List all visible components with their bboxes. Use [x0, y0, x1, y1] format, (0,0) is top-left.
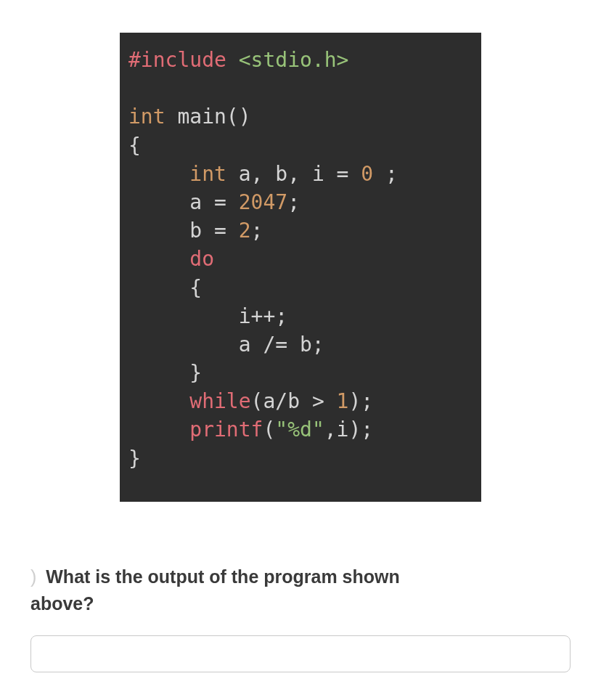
- question-paren: ): [30, 566, 36, 587]
- token-format-string: "%d": [275, 418, 324, 441]
- code-line-14: printf("%d",i);: [128, 415, 473, 444]
- code-line-4: {: [128, 131, 473, 160]
- code-line-8: do: [128, 245, 473, 273]
- token-one: 1: [337, 389, 349, 413]
- code-line-3: int main(): [128, 102, 473, 131]
- token-brace-close: }: [128, 447, 141, 471]
- token-header: <stdio.h>: [226, 48, 349, 72]
- code-line-15: }: [128, 444, 473, 473]
- code-line-7: b = 2;: [128, 216, 473, 245]
- code-line-6: a = 2047;: [128, 188, 473, 216]
- token-include: #include: [128, 48, 226, 72]
- token-main: main(): [165, 105, 251, 129]
- token-2047: 2047: [239, 190, 287, 214]
- token-zero: 0: [361, 162, 373, 186]
- token-2: 2: [239, 219, 251, 243]
- question-body-1: What is the output of the program shown: [41, 566, 399, 587]
- code-line-5: int a, b, i = 0 ;: [128, 160, 473, 188]
- code-line-1: #include <stdio.h>: [128, 46, 473, 74]
- code-line-12: }: [128, 359, 473, 387]
- token-type-int: int: [189, 162, 226, 186]
- code-line-2: [128, 74, 473, 102]
- code-line-13: while(a/b > 1);: [128, 387, 473, 415]
- token-printf: printf: [189, 418, 263, 441]
- code-block: #include <stdio.h> int main() { int a, b…: [120, 33, 481, 502]
- question-body-2: above?: [30, 593, 94, 614]
- token-type: int: [128, 105, 165, 129]
- question-text: ) What is the output of the program show…: [30, 563, 571, 618]
- token-while: while: [189, 389, 250, 413]
- code-line-9: {: [128, 274, 473, 302]
- question-area: ) What is the output of the program show…: [30, 563, 571, 672]
- token-brace: {: [128, 134, 141, 158]
- token-do: do: [189, 247, 214, 271]
- answer-input[interactable]: [30, 635, 571, 672]
- code-line-11: a /= b;: [128, 330, 473, 359]
- code-line-10: i++;: [128, 302, 473, 330]
